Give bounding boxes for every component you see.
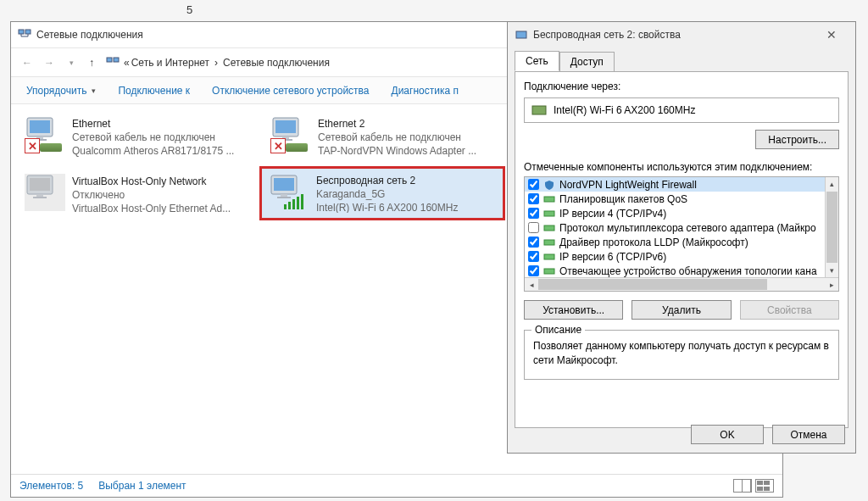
svg-rect-2 <box>107 58 112 62</box>
component-row[interactable]: Планировщик пакетов QoS <box>525 192 825 206</box>
status-selected-count: Выбран 1 элемент <box>98 480 186 492</box>
component-label: IP версии 4 (TCP/IPv4) <box>559 208 666 220</box>
protocol-icon <box>543 237 555 248</box>
disconnected-x-icon: ✕ <box>270 138 286 153</box>
nav-back[interactable]: ← <box>16 52 38 74</box>
network-icon <box>18 28 31 42</box>
svg-rect-27 <box>544 269 554 274</box>
protocol-icon <box>543 266 555 276</box>
component-label: Драйвер протокола LLDP (Майкрософт) <box>559 237 748 248</box>
dialog-title: Беспроводная сеть 2: свойства <box>533 29 815 41</box>
scroll-left-icon[interactable]: ◂ <box>525 278 538 291</box>
connection-adapter: Qualcomm Atheros AR8171/8175 ... <box>72 144 234 158</box>
component-label: Отвечающее устройство обнаружения тополо… <box>559 265 817 277</box>
component-checkbox[interactable] <box>528 251 539 262</box>
view-details-icon[interactable] <box>733 479 752 493</box>
wifi-signal-icon <box>284 194 303 209</box>
connection-name: Ethernet <box>72 117 234 131</box>
disconnected-x-icon: ✕ <box>25 138 40 153</box>
svg-rect-26 <box>544 254 554 259</box>
component-row[interactable]: Отвечающее устройство обнаружения тополо… <box>525 264 825 277</box>
svg-rect-24 <box>544 225 554 231</box>
component-row[interactable]: IP версии 4 (TCP/IPv4) <box>525 206 825 220</box>
window-title: Сетевые подключения <box>36 29 143 41</box>
connection-name: Ethernet 2 <box>318 117 476 131</box>
protocol-icon <box>543 194 555 204</box>
component-checkbox[interactable] <box>528 208 539 219</box>
component-row[interactable]: NordVPN LightWeight Firewall <box>525 177 825 192</box>
connection-status: Отключено <box>72 188 231 202</box>
svg-rect-3 <box>114 58 119 62</box>
connection-adapter: TAP-NordVPN Windows Adapter ... <box>318 144 476 158</box>
disable-device-button[interactable]: Отключение сетевого устройства <box>203 79 377 103</box>
component-checkbox[interactable] <box>528 179 539 190</box>
organize-button[interactable]: Упорядочить▾ <box>18 79 104 103</box>
scroll-down-icon[interactable]: ▾ <box>826 264 838 277</box>
scroll-up-icon[interactable]: ▴ <box>826 177 838 191</box>
connection-status: Сетевой кабель не подключен <box>72 131 234 144</box>
configure-button[interactable]: Настроить... <box>755 130 839 149</box>
scroll-right-icon[interactable]: ▸ <box>825 278 838 291</box>
adapter-name: Intel(R) Wi-Fi 6 AX200 160MHz <box>554 104 695 116</box>
tab-network[interactable]: Сеть <box>515 51 559 71</box>
svg-rect-9 <box>275 120 296 133</box>
component-checkbox[interactable] <box>528 237 539 248</box>
nav-forward[interactable]: → <box>38 52 60 74</box>
adapter-properties-dialog: Беспроводная сеть 2: свойства ✕ Сеть Дос… <box>507 21 856 454</box>
component-row[interactable]: Драйвер протокола LLDP (Майкрософт) <box>525 235 825 249</box>
description-group: Описание Позволяет данному компьютеру по… <box>524 330 839 380</box>
protocol-icon <box>543 209 555 219</box>
breadcrumb-item[interactable]: Сетевые подключения <box>223 57 330 69</box>
connection-adapter: VirtualBox Host-Only Ethernet Ad... <box>72 202 231 215</box>
component-checkbox[interactable] <box>528 265 539 276</box>
description-label: Описание <box>531 324 585 336</box>
component-label: NordVPN LightWeight Firewall <box>559 179 697 191</box>
component-label: IP версии 6 (TCP/IPv6) <box>559 251 666 263</box>
address-bar[interactable]: « Сеть и Интернет › Сетевые подключения <box>101 53 333 73</box>
components-listbox[interactable]: NordVPN LightWeight FirewallПланировщик … <box>524 176 839 292</box>
diagnose-button[interactable]: Диагностика п <box>383 79 467 103</box>
component-checkbox[interactable] <box>528 222 539 233</box>
tab-access[interactable]: Доступ <box>559 52 615 72</box>
horizontal-scrollbar[interactable]: ◂ ▸ <box>525 277 838 291</box>
connection-item-ethernet[interactable]: ✕ Ethernet Сетевой кабель не подключен Q… <box>19 113 257 162</box>
chevron-down-icon: ▾ <box>92 86 96 95</box>
protocol-icon <box>543 252 555 262</box>
connect-via-label: Подключение через: <box>524 81 839 92</box>
component-row[interactable]: Протокол мультиплексора сетевого адаптер… <box>525 220 825 235</box>
connection-name: VirtualBox Host-Only Network <box>72 175 231 188</box>
dialog-titlebar[interactable]: Беспроводная сеть 2: свойства ✕ <box>508 22 855 47</box>
component-checkbox[interactable] <box>528 193 539 204</box>
svg-rect-5 <box>30 120 50 133</box>
connection-item-ethernet2[interactable]: ✕ Ethernet 2 Сетевой кабель не подключен… <box>265 113 503 162</box>
protocol-icon <box>543 223 555 233</box>
svg-rect-25 <box>544 240 554 245</box>
uninstall-button[interactable]: Удалить <box>632 300 731 320</box>
view-large-icon[interactable] <box>755 479 774 493</box>
connection-status: Karaganda_5G <box>316 187 458 201</box>
ok-button[interactable]: OK <box>691 425 764 444</box>
svg-rect-0 <box>19 30 24 34</box>
scroll-thumb[interactable] <box>538 279 767 290</box>
connection-item-wireless[interactable]: Беспроводная сеть 2 Karaganda_5G Intel(R… <box>259 166 505 220</box>
svg-rect-21 <box>532 106 546 114</box>
properties-button[interactable]: Свойства <box>740 300 839 320</box>
connect-to-button[interactable]: Подключение к <box>109 79 198 103</box>
wifi-connection-icon <box>269 174 309 211</box>
connection-item-virtualbox[interactable]: VirtualBox Host-Only Network Отключено V… <box>19 170 257 220</box>
connection-adapter: Intel(R) Wi-Fi 6 AX200 160MHz <box>316 201 458 213</box>
component-row[interactable]: IP версии 6 (TCP/IPv6) <box>525 249 825 264</box>
connection-status: Сетевой кабель не подключен <box>318 131 476 144</box>
vertical-scrollbar[interactable]: ▴ ▾ <box>825 177 838 277</box>
scroll-thumb[interactable] <box>826 192 837 263</box>
shield-icon <box>543 180 555 190</box>
breadcrumb-item[interactable]: Сеть и Интернет <box>131 57 209 69</box>
disabled-adapter-icon <box>25 174 65 211</box>
cancel-button[interactable]: Отмена <box>772 425 845 444</box>
chevron-right-icon[interactable]: › <box>214 57 218 69</box>
nav-recent-chevron[interactable]: ▾ <box>60 52 82 74</box>
close-icon[interactable]: ✕ <box>815 23 849 47</box>
nav-up[interactable]: ↑ <box>82 52 101 74</box>
install-button[interactable]: Установить... <box>524 300 623 320</box>
page-step-number: 5 <box>186 3 192 16</box>
